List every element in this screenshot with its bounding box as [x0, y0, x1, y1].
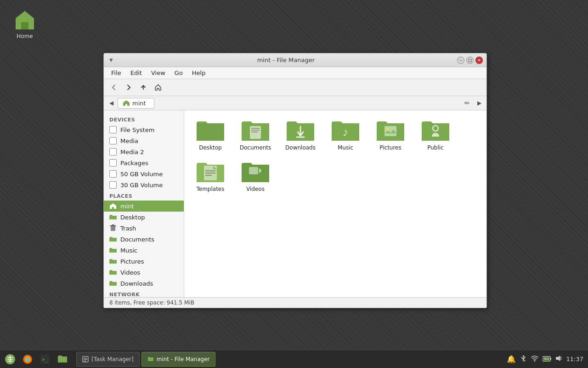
file-item-videos[interactable]: Videos: [235, 157, 276, 195]
menu-help[interactable]: Help: [188, 68, 209, 78]
svg-rect-1: [111, 226, 115, 231]
statusbar: 8 items, Free space: 941.5 MiB: [104, 297, 486, 308]
50gb-icon: [109, 170, 117, 178]
svg-rect-3: [112, 224, 114, 225]
pictures-folder-label: Pictures: [379, 144, 401, 151]
svg-rect-34: [543, 357, 549, 360]
sidebar-item-media[interactable]: Media: [104, 135, 184, 146]
downloads-folder-svg: [286, 119, 315, 143]
videos-folder-icon: [109, 269, 117, 276]
media2-icon: [109, 148, 117, 155]
firefox-button[interactable]: [19, 351, 36, 368]
sidebar-item-pictures[interactable]: Pictures: [104, 256, 184, 267]
file-item-public[interactable]: Public: [415, 116, 456, 154]
up-button[interactable]: [137, 81, 150, 94]
mint-menu-button[interactable]: [2, 351, 18, 368]
taskmanager-window-button[interactable]: [Task Manager]: [76, 352, 140, 367]
sidebar-label-trash: Trash: [120, 225, 136, 232]
titlebar-left: ▼: [107, 57, 115, 63]
sidebar-item-videos[interactable]: Videos: [104, 267, 184, 278]
svg-text:>_: >_: [42, 356, 48, 362]
sidebar-item-media2[interactable]: Media 2: [104, 146, 184, 157]
sidebar-item-music[interactable]: Music: [104, 245, 184, 256]
desktop-home-icon[interactable]: Home: [14, 9, 36, 40]
titlebar: ▼ mint - File Manager – □ ✕: [104, 53, 486, 67]
menu-edit[interactable]: Edit: [127, 68, 146, 78]
file-item-documents[interactable]: Documents: [235, 116, 276, 154]
toolbar: [104, 79, 486, 96]
sidebar-label-50gb: 50 GB Volume: [120, 171, 163, 178]
address-tab[interactable]: mint: [118, 98, 154, 109]
file-item-pictures[interactable]: Pictures: [370, 116, 411, 154]
sidebar-item-downloads[interactable]: Downloads: [104, 278, 184, 289]
pictures-folder-icon: [109, 258, 117, 265]
folder-taskbar-icon: [57, 354, 68, 364]
sidebar-item-mint[interactable]: mint: [104, 201, 184, 212]
notification-icon[interactable]: 🔔: [507, 355, 516, 363]
titlebar-arrow[interactable]: ▼: [107, 57, 115, 63]
terminal-icon: >_: [40, 354, 50, 364]
home-button[interactable]: [152, 81, 164, 94]
menu-go[interactable]: Go: [171, 68, 187, 78]
file-manager-taskbar-button[interactable]: [54, 351, 71, 368]
file-item-music[interactable]: ♪ Music: [325, 116, 366, 154]
sidebar-label-downloads: Downloads: [120, 280, 153, 287]
sidebar-item-30gb[interactable]: 30 GB Volume: [104, 179, 184, 190]
svg-marker-35: [556, 356, 560, 361]
back-button[interactable]: [107, 81, 120, 94]
forward-icon: [125, 84, 132, 91]
svg-point-12: [386, 128, 389, 131]
taskbar: >_ [Task Manager] mint - File Manager: [0, 350, 588, 368]
svg-rect-16: [205, 170, 215, 172]
forward-button[interactable]: [122, 81, 135, 94]
addr-tab-label: mint: [132, 100, 146, 107]
file-item-templates[interactable]: Templates: [190, 157, 231, 195]
sidebar-item-desktop[interactable]: Desktop: [104, 212, 184, 223]
downloads-folder-icon: [109, 280, 117, 287]
sidebar-section-devices: DEVICES: [104, 114, 184, 124]
svg-rect-33: [550, 358, 551, 360]
svg-rect-11: [384, 126, 396, 136]
minimize-button[interactable]: –: [457, 57, 464, 64]
filemanager-taskbar-icon: [147, 356, 154, 362]
sidebar-label-media2: Media 2: [120, 149, 144, 155]
sidebar-section-places: PLACES: [104, 190, 184, 201]
file-item-downloads[interactable]: Downloads: [280, 116, 321, 154]
firefox-icon: [23, 354, 33, 364]
taskbar-time: 11:37: [566, 356, 583, 362]
music-folder-icon: [109, 247, 117, 254]
public-folder-label: Public: [427, 144, 444, 151]
30gb-icon: [109, 181, 117, 189]
close-button[interactable]: ✕: [475, 57, 483, 64]
sidebar-item-packages[interactable]: Packages: [104, 157, 184, 168]
home-icon: [154, 84, 162, 91]
addr-prev-button[interactable]: ◀: [107, 98, 116, 109]
filemanager-window-button[interactable]: mint - File Manager: [141, 352, 216, 367]
menu-file[interactable]: File: [107, 68, 125, 78]
packages-icon: [109, 159, 117, 167]
sidebar-item-filesystem[interactable]: File System: [104, 124, 184, 135]
sidebar-label-videos: Videos: [120, 269, 140, 276]
desktop-folder-label: Desktop: [199, 144, 222, 151]
sidebar-label-filesystem: File System: [120, 126, 154, 133]
svg-rect-29: [84, 359, 87, 360]
svg-point-24: [26, 357, 29, 361]
maximize-button[interactable]: □: [466, 57, 474, 64]
sidebar-item-trash[interactable]: Trash: [104, 223, 184, 234]
svg-rect-28: [84, 358, 87, 359]
menu-view[interactable]: View: [147, 68, 169, 78]
bluetooth-icon[interactable]: [520, 355, 527, 364]
addr-next-button[interactable]: ▶: [475, 98, 484, 109]
sidebar: DEVICES File System Media Media 2 Packag…: [104, 110, 184, 297]
sidebar-label-mint: mint: [120, 203, 134, 210]
volume-icon[interactable]: [555, 355, 563, 363]
terminal-button[interactable]: >_: [37, 351, 53, 368]
file-item-desktop[interactable]: Desktop: [190, 116, 231, 154]
battery-icon[interactable]: [543, 355, 552, 363]
svg-rect-7: [251, 132, 258, 132]
wifi-icon[interactable]: [531, 355, 539, 363]
sidebar-item-50gb[interactable]: 50 GB Volume: [104, 168, 184, 179]
addr-edit-button[interactable]: ✏: [462, 98, 473, 109]
sidebar-item-documents[interactable]: Documents: [104, 234, 184, 245]
trash-icon: [109, 224, 117, 232]
